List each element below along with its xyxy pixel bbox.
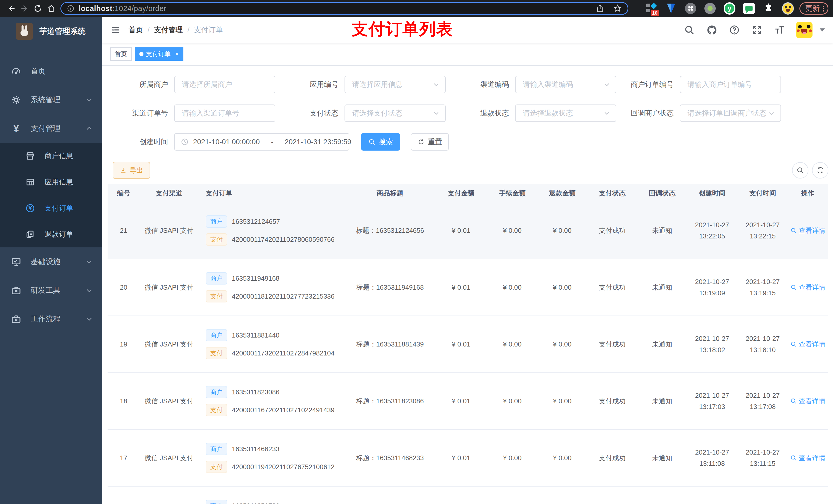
reset-button[interactable]: 重置	[411, 133, 449, 150]
puzzle-extensions-icon[interactable]	[763, 3, 774, 14]
channel-code-select[interactable]: 请输入渠道编码	[515, 76, 616, 93]
create-time-range-picker[interactable]: 2021-10-01 00:00:00 - 2021-10-31 23:59:5…	[174, 133, 349, 150]
channel-order-no-field[interactable]	[175, 105, 275, 121]
command-extension-icon[interactable]	[685, 3, 696, 14]
briefcase-icon	[10, 313, 22, 325]
github-icon[interactable]	[706, 24, 718, 36]
cell-pay-order: 商户 1635312124657 支付 42000011742021102780…	[198, 215, 344, 246]
cell-title: 标题：1635311823086	[344, 397, 435, 406]
tag-home[interactable]: 首页	[110, 47, 132, 61]
merchant-input-field[interactable]	[175, 76, 275, 93]
merchant-tag: 商户	[206, 215, 227, 228]
cell-pay-amount: ¥ 0.01	[435, 340, 487, 348]
cell-action: 查看详情	[788, 454, 828, 462]
sidebar-item-pay-order[interactable]: 支付订单	[0, 195, 102, 221]
merchant-order-no: 1635311949168	[232, 274, 280, 283]
user-avatar[interactable]	[796, 22, 812, 38]
refresh-button[interactable]	[812, 162, 828, 178]
cell-create-time: 2021-10-27 13:19:09	[687, 276, 738, 298]
show-search-toggle-button[interactable]	[792, 162, 808, 178]
cell-pay-time: 2021-10-27 13:18:10	[738, 333, 788, 356]
pay-status-label: 支付状态	[276, 108, 344, 118]
cell-create-time: 2021-10-27 13:22:05	[687, 219, 738, 242]
reload-icon[interactable]	[31, 2, 45, 15]
merchant-tag: 商户	[206, 329, 227, 341]
view-detail-link[interactable]: 查看详情	[790, 454, 826, 462]
cell-refund-amount: ¥ 0.00	[538, 284, 587, 291]
gear-icon	[10, 94, 22, 106]
help-icon[interactable]	[729, 24, 740, 36]
breadcrumb: 首页 / 支付管理 / 支付订单	[128, 25, 223, 35]
sidebar-item-pay[interactable]: ¥ 支付管理	[0, 114, 102, 143]
yapi-extension-icon[interactable]: y	[723, 3, 735, 14]
dot-extension-icon[interactable]	[704, 3, 716, 14]
monitor-icon	[10, 256, 22, 268]
view-detail-link[interactable]: 查看详情	[790, 226, 826, 235]
tags-view-bar: 首页 支付订单 ×	[102, 43, 833, 66]
pay-tag: 支付	[206, 233, 227, 246]
app-select[interactable]: 请选择应用信息	[344, 76, 446, 93]
pay-order-no: 4200001194202110276752100612	[232, 463, 335, 471]
menu-dots-icon[interactable]	[823, 6, 824, 11]
merchant-tag: 商户	[206, 272, 227, 285]
col-refund-amount: 退款金额	[538, 189, 587, 198]
view-detail-link[interactable]: 查看详情	[790, 283, 826, 292]
active-dot-icon	[139, 52, 143, 56]
address-bar[interactable]: localhost:1024/pay/order	[61, 2, 628, 15]
sidebar-item-refund-order[interactable]: 退款订单	[0, 221, 102, 247]
breadcrumb-home[interactable]: 首页	[128, 25, 143, 35]
chat-extension-icon[interactable]	[743, 3, 755, 14]
forward-icon[interactable]	[18, 2, 31, 15]
callback-status-select[interactable]: 请选择订单回调商户状态	[680, 104, 781, 122]
sidebar-item-workflow[interactable]: 工作流程	[0, 305, 102, 333]
col-pay-order: 支付订单	[198, 189, 344, 198]
home-icon[interactable]	[45, 2, 58, 15]
tab-manager-extension-icon[interactable]: 10	[646, 3, 658, 14]
search-button[interactable]: 搜索	[361, 133, 400, 150]
cell-pay-status: 支付成功	[587, 283, 638, 292]
search-icon[interactable]	[684, 24, 695, 36]
sidebar: 芋道管理系统 首页 系统管理 ¥ 支付管理	[0, 17, 102, 504]
merchant-order-no: 1635312124657	[232, 218, 280, 225]
sidebar-item-system[interactable]: 系统管理	[0, 86, 102, 114]
spinnaker-extension-icon[interactable]	[665, 3, 677, 14]
col-action: 操作	[788, 189, 828, 198]
close-tag-icon[interactable]: ×	[175, 50, 179, 57]
sidebar-item-infrastructure[interactable]: 基础设施	[0, 247, 102, 276]
back-icon[interactable]	[5, 2, 18, 15]
breadcrumb-pay[interactable]: 支付管理	[154, 25, 183, 35]
toolbox-icon	[10, 285, 22, 296]
bookmark-star-icon[interactable]	[613, 4, 622, 13]
avatar-caret-icon[interactable]	[820, 28, 825, 31]
sidebar-item-app-info[interactable]: 应用信息	[0, 169, 102, 195]
merchant-tag: 商户	[206, 443, 227, 455]
profile-avatar-icon[interactable]	[782, 3, 794, 14]
channel-order-no-input[interactable]	[174, 104, 276, 122]
chevron-down-icon	[86, 96, 93, 103]
pay-status-select[interactable]: 请选择支付状态	[344, 104, 446, 122]
extension-badge: 10	[651, 10, 659, 16]
channel-code-label: 渠道编码	[446, 80, 515, 89]
view-detail-link[interactable]: 查看详情	[790, 397, 826, 406]
font-size-icon[interactable]	[774, 24, 785, 36]
app-logo-row[interactable]: 芋道管理系统	[0, 17, 102, 46]
sidebar-item-merchant-info[interactable]: 商户信息	[0, 143, 102, 169]
share-icon[interactable]	[596, 4, 604, 13]
sidebar-item-dev-tools[interactable]: 研发工具	[0, 276, 102, 305]
refund-status-select[interactable]: 请选择退款状态	[515, 104, 616, 122]
update-button[interactable]: 更新	[800, 2, 828, 15]
merchant-input[interactable]	[174, 76, 276, 93]
fullscreen-icon[interactable]	[751, 24, 763, 36]
tag-pay-order[interactable]: 支付订单 ×	[135, 47, 184, 61]
merchant-order-no-input[interactable]	[680, 76, 781, 93]
hamburger-icon[interactable]	[110, 25, 121, 35]
cell-pay-amount: ¥ 0.01	[435, 284, 487, 291]
cell-callback-status: 未通知	[638, 226, 687, 235]
export-button[interactable]: 导出	[113, 162, 150, 179]
site-info-icon[interactable]	[67, 5, 74, 12]
cell-pay-status: 支付成功	[587, 397, 638, 406]
sidebar-item-home[interactable]: 首页	[0, 57, 102, 86]
cell-fee-amount: ¥ 0.00	[487, 284, 538, 291]
merchant-order-no-field[interactable]	[680, 76, 781, 93]
view-detail-link[interactable]: 查看详情	[790, 340, 826, 349]
